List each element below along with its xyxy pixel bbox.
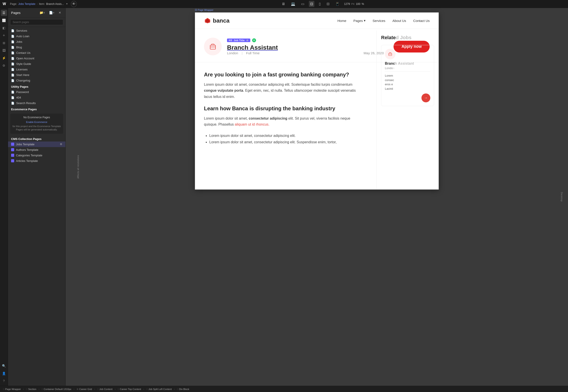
item-dropdown-btn[interactable]: ▾ xyxy=(65,2,69,6)
ecommerce-desc: for this project and the Ecommerce Templ… xyxy=(12,125,61,132)
search-input[interactable] xyxy=(10,19,63,25)
bullet-1: Lorem ipsum dolor sit amet, consectetur … xyxy=(209,133,359,139)
sidebar-item-404[interactable]: 📄 404 xyxy=(8,95,65,100)
sidebar-item-contact-us[interactable]: 📄 Contact Us xyxy=(8,50,65,56)
sidebar-title: Pages xyxy=(11,11,37,15)
sidebar-item-start-here[interactable]: 📄 Start Here xyxy=(8,72,65,78)
add-icon-btn[interactable]: + xyxy=(1,32,7,39)
site-logo[interactable]: banca xyxy=(204,17,337,24)
sidebar-item-jobs[interactable]: 📄 Jobs xyxy=(8,39,65,44)
logo-svg xyxy=(204,17,211,24)
bc-div-block[interactable]: □ Div Block xyxy=(176,387,191,391)
nav-services[interactable]: Services xyxy=(373,19,386,23)
rhoncus-link[interactable]: aliquam ut id rhoncus. xyxy=(235,123,269,126)
page-icon: 📄 xyxy=(11,68,15,71)
pages-icon-btn[interactable]: ⬜ xyxy=(1,17,7,24)
search-bottom-btn[interactable]: 🔍 xyxy=(1,363,7,369)
sidebar-new-folder-btn[interactable]: 📁+ xyxy=(38,10,46,15)
briefcase-icon xyxy=(209,42,217,51)
job-title-plus: + xyxy=(252,38,256,42)
sidebar-close-btn[interactable]: ✕ xyxy=(58,10,62,15)
tablet-landscape-btn[interactable]: ▭ xyxy=(300,1,306,7)
bc-page-wrapper[interactable]: □ Page Wrapper xyxy=(2,387,22,391)
logic-icon-btn[interactable]: ⚡ xyxy=(1,55,7,61)
sidebar-item-jobs-template[interactable]: Jobs Template ⚙ xyxy=(8,141,65,147)
users-btn[interactable]: 👤 xyxy=(1,370,7,377)
bc-career-grid[interactable]: ⊞ Career Grid xyxy=(75,387,93,391)
content-para-2: Lorem ipsum dolor sit amet, consectetur … xyxy=(204,115,359,127)
laptop-btn[interactable]: 💻 xyxy=(290,1,297,7)
bc-job-content[interactable]: □ Job Content xyxy=(96,387,114,391)
enable-ecommerce-link[interactable]: Enable Ecommerce xyxy=(26,121,47,123)
job-title-badge: H3 Job Title ⚙ xyxy=(227,39,250,42)
job-icon-wrap xyxy=(204,38,222,55)
settings-icon-btn[interactable]: ⚙ xyxy=(1,62,7,69)
bc-job-split-left[interactable]: □ Job Split Left Content xyxy=(145,387,173,391)
sidebar-item-services[interactable]: 📄 Services xyxy=(8,28,65,33)
content-bullets: Lorem ipsum dolor sit amet, consectetur … xyxy=(204,133,359,145)
sidebar-item-blog[interactable]: 📄 Blog xyxy=(8,44,65,50)
sidebar-search xyxy=(8,17,65,27)
job-body: Are you looking to join a fast growing b… xyxy=(195,62,438,154)
components-icon-btn[interactable]: ⊞ xyxy=(1,40,7,46)
ecommerce-box: No Ecommerce Pages Enable Ecommerce for … xyxy=(10,114,63,134)
nav-home[interactable]: Home xyxy=(337,19,346,23)
bc-container[interactable]: □ Container Default 1310px xyxy=(40,387,73,391)
top-bar: W Page: Jobs Template › Item: Branch Ass… xyxy=(0,0,568,8)
sidebar-item-open-account[interactable]: 📄 Open Account xyxy=(8,56,65,61)
bottom-bar: □ Page Wrapper › □ Section › □ Container… xyxy=(0,386,568,392)
icon-bar: ☰ ⬜ ◧ + ⊞ 🖼 ⚡ ⚙ 🔍 👤 ? xyxy=(0,8,8,386)
affects-all-resolutions-label: Affects all resolutions xyxy=(77,155,79,179)
page-icon: 📄 xyxy=(11,91,15,94)
preview-btn[interactable]: 👁 xyxy=(71,1,77,7)
menu-icon-btn[interactable]: ☰ xyxy=(1,10,7,16)
bc-career-top-content[interactable]: □ Career Top Content xyxy=(116,387,142,391)
cms-section-header: CMS Collection Pages xyxy=(8,136,65,141)
job-meta: London | Full Time May 26, 2020 xyxy=(227,51,384,55)
sidebar-item-search-results[interactable]: 📄 Search Results xyxy=(8,100,65,106)
content-para-1: Lorem ipsum dolor sit amet, consectetur … xyxy=(204,82,359,100)
monitor-btn[interactable]: 🖥 xyxy=(280,1,286,7)
sidebar-item-categories-template[interactable]: Categories Template xyxy=(8,153,65,158)
tablet-portrait-btn[interactable]: ▯ xyxy=(317,1,322,7)
help-btn[interactable]: ? xyxy=(1,378,7,384)
bc-icon: □ xyxy=(42,388,43,390)
tablet-starred-btn[interactable]: ⊡ xyxy=(309,1,314,7)
page-icon: 📄 xyxy=(11,102,15,105)
sidebar-item-licenses[interactable]: 📄 Licenses xyxy=(8,67,65,72)
related-panel: Related Jobs Branch Assistant London xyxy=(376,30,438,189)
bc-icon: ⊞ xyxy=(77,388,78,390)
page-label: Page: xyxy=(10,2,17,6)
job-title-text[interactable]: Branch Assistant xyxy=(227,44,384,51)
page-name[interactable]: Jobs Template xyxy=(18,2,35,6)
device-toolbar: 🖥 💻 ▭ ⊡ ▯ ⊟ 📱 1279 PX 100 % xyxy=(79,1,565,7)
item-name[interactable]: Branch Assis... xyxy=(46,2,64,6)
canvas-area: Page Wrapper banca Home Pages ▾ Ser xyxy=(66,8,568,386)
bc-icon: □ xyxy=(146,388,148,390)
sidebar-item-articles-template[interactable]: Articles Template xyxy=(8,158,65,164)
nav-contact-us[interactable]: Contact Us xyxy=(413,19,430,23)
bc-icon: □ xyxy=(177,388,178,390)
page-info: Page: Jobs Template › Item: Branch Assis… xyxy=(10,2,69,6)
job-type: Full Time xyxy=(246,51,260,55)
mobile-landscape-btn[interactable]: ⊟ xyxy=(325,1,331,7)
sidebar-item-changelog[interactable]: 📄 Changelog xyxy=(8,78,65,83)
sidebar: Pages 📁+ 📄+ ✕ 📄 Services 📄 Auto Loan 📄 J… xyxy=(8,8,66,386)
no-ecommerce-title: No Ecommerce Pages xyxy=(12,116,61,119)
nav-about-us[interactable]: About Us xyxy=(392,19,406,23)
bc-section[interactable]: □ Section xyxy=(25,387,38,391)
job-location: London xyxy=(227,51,238,55)
sidebar-item-auto-loan[interactable]: 📄 Auto Loan xyxy=(8,33,65,39)
nav-pages[interactable]: Pages ▾ xyxy=(353,19,366,23)
width-value: 1279 xyxy=(344,2,350,6)
sidebar-new-page-btn[interactable]: 📄+ xyxy=(48,10,56,15)
sidebar-item-password[interactable]: 📄 Password xyxy=(8,89,65,95)
cms-settings-btn[interactable]: ⚙ xyxy=(60,143,62,146)
sidebar-item-authors-template[interactable]: Authors Template xyxy=(8,147,65,153)
assets-icon-btn[interactable]: 🖼 xyxy=(1,47,7,54)
zoom-value: 100 xyxy=(356,2,360,6)
related-apply-btn[interactable]: → xyxy=(421,94,430,102)
sidebar-item-style-guide[interactable]: 📄 Style Guide xyxy=(8,61,65,67)
mobile-btn[interactable]: 📱 xyxy=(334,1,341,7)
layers-icon-btn[interactable]: ◧ xyxy=(1,25,7,31)
